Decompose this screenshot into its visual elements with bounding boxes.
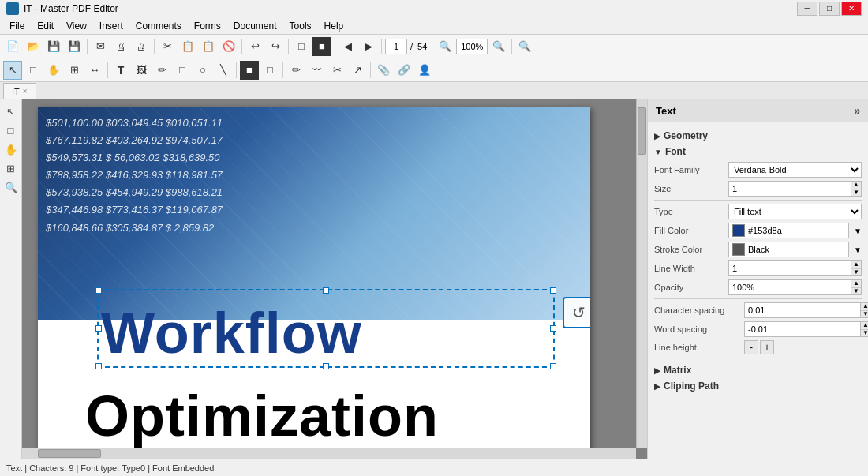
menu-forms[interactable]: Forms [188,19,227,33]
new-button[interactable]: 📄 [3,37,22,56]
line-width-down-button[interactable]: ▼ [851,269,861,276]
left-hand-tool[interactable]: ✋ [2,141,20,158]
optimization-text[interactable]: Optimization [85,384,439,448]
page-number-input[interactable] [385,39,407,54]
nav-next-button[interactable]: ▶ [359,37,378,56]
redo-button[interactable]: ↪ [266,37,285,56]
horizontal-scrollbar[interactable] [22,448,636,459]
vertical-scrollbar[interactable] [636,99,647,448]
copy-button[interactable]: 📋 [178,37,197,56]
paste-button[interactable]: 📋 [199,37,218,56]
undo-button[interactable]: ↩ [245,37,264,56]
menu-comments[interactable]: Comments [129,19,188,33]
font-section-header[interactable]: ▼ Font [654,143,862,159]
handle-br[interactable] [550,363,556,369]
close-button[interactable]: ✕ [841,2,862,16]
workflow-text[interactable]: Workflow [101,301,362,365]
line-tool-button[interactable]: ╲ [214,61,233,80]
left-select-tool[interactable]: ↖ [2,103,20,120]
char-spacing-down-button[interactable]: ▼ [861,311,868,318]
stroke-color-label: Stroke Color [654,245,725,254]
clipping-section-header[interactable]: ▶ Cliping Path [654,377,862,393]
measure-button[interactable]: ↗ [348,61,367,80]
pencil-tool-button[interactable]: ✏ [152,61,171,80]
rect-tool-button[interactable]: □ [173,61,192,80]
menu-edit[interactable]: Edit [31,19,60,33]
panel-collapse-button[interactable]: » [854,104,860,117]
size-down-button[interactable]: ▼ [851,189,861,197]
signature-button[interactable]: 👤 [415,61,434,80]
word-spacing-input[interactable]: -0.01 [744,321,860,337]
maximize-button[interactable]: □ [819,2,840,16]
opacity-input[interactable]: 100% [728,279,851,295]
stroke-color-picker[interactable]: Black [728,242,849,257]
marquee-tool-button[interactable]: ⊞ [65,61,84,80]
font-family-select[interactable]: Verdana-Bold [728,162,862,178]
menu-tools[interactable]: Tools [283,19,318,33]
stroke-color-button[interactable]: □ [260,61,279,80]
handle-tr[interactable] [550,287,556,294]
left-snap-tool[interactable]: ⊞ [2,159,20,177]
left-page-tool[interactable]: □ [2,122,20,139]
line-width-input[interactable]: 1 [728,260,851,276]
select-tool-button[interactable]: ↖ [3,61,22,80]
hand-tool-button[interactable]: ✋ [44,61,63,80]
handle-mr[interactable] [550,325,556,332]
type-select[interactable]: Fill text [728,204,862,219]
stroke-color-dropdown-icon[interactable]: ▼ [854,245,862,254]
sep9 [107,62,108,78]
select-all-button[interactable]: □ [292,37,311,56]
h-scroll-thumb[interactable] [38,449,101,458]
geometry-section-header[interactable]: ▶ Geometry [654,127,862,143]
stamp-button[interactable]: 🔗 [395,61,413,80]
fill-color-button[interactable]: ■ [240,61,259,80]
save-button[interactable]: 💾 [44,37,63,56]
line-height-minus-button[interactable]: - [744,340,758,354]
menu-help[interactable]: Help [318,19,350,33]
rotate-handle[interactable]: ↺ [563,297,590,328]
char-spacing-input[interactable]: 0.01 [744,302,860,318]
menu-document[interactable]: Document [227,19,283,33]
search-button[interactable]: 🔍 [515,37,534,56]
v-scroll-thumb[interactable] [638,107,646,155]
cut-button[interactable]: ✂ [158,37,177,56]
zoom-input[interactable] [456,39,488,54]
tab-close-button[interactable]: × [23,87,28,96]
minimize-button[interactable]: ─ [797,2,817,16]
menu-insert[interactable]: Insert [93,19,129,33]
page-tool-button[interactable]: □ [24,61,43,80]
delete-button[interactable]: 🚫 [219,37,238,56]
word-spacing-down-button[interactable]: ▼ [861,330,868,337]
image-tool-button[interactable]: 🖼 [132,61,151,80]
left-zoom-tool[interactable]: 🔍 [2,178,20,196]
attach-button[interactable]: 📎 [374,61,393,80]
email-button[interactable]: ✉ [91,37,110,56]
ellipse-tool-button[interactable]: ○ [193,61,212,80]
save-as-button[interactable]: 💾 [65,37,84,56]
open-button[interactable]: 📂 [24,37,43,56]
matrix-section-header[interactable]: ▶ Matrix [654,362,862,377]
print2-button[interactable]: 🖨 [132,37,151,56]
zoom-out-button[interactable]: 🔍 [436,37,455,56]
menu-view[interactable]: View [60,19,93,33]
fill-button[interactable]: ■ [312,37,331,56]
nav-prev-button[interactable]: ◀ [339,37,357,56]
opacity-down-button[interactable]: ▼ [851,288,861,295]
link-tool-button[interactable]: ↔ [85,61,104,80]
handle-tm[interactable] [323,287,329,294]
menu-file[interactable]: File [3,19,31,33]
text-tool-button[interactable]: T [111,61,130,80]
handle-tl[interactable] [95,287,102,294]
crop-button[interactable]: ✂ [327,61,346,80]
highlight-button[interactable]: ✏ [286,61,305,80]
fill-color-dropdown-icon[interactable]: ▼ [854,227,862,235]
clipping-label: Cliping Path [664,380,719,392]
line-height-plus-button[interactable]: + [760,340,774,354]
matrix-label: Matrix [664,365,691,376]
zoom-in-button[interactable]: 🔍 [489,37,508,56]
size-input[interactable]: 1 [728,181,851,197]
fill-color-picker[interactable]: #153d8a [728,223,849,238]
document-tab[interactable]: IT × [3,83,36,99]
erase-button[interactable]: 〰 [307,61,326,80]
print-button[interactable]: 🖨 [111,37,130,56]
